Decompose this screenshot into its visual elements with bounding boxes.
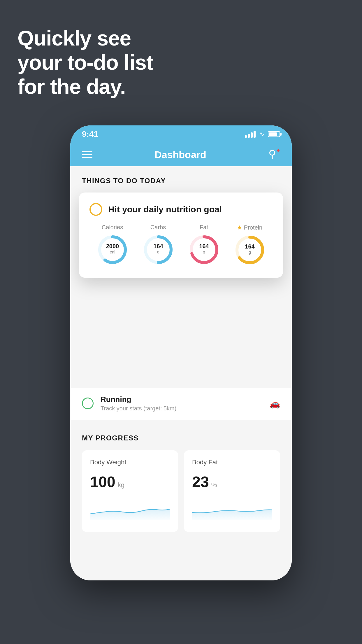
nutrition-calories: Calories 2000 cal	[96, 224, 129, 266]
notification-button[interactable]: ⚲	[268, 149, 280, 160]
hero-heading: Quickly see your to-do list for the day.	[17, 26, 153, 99]
body-fat-card[interactable]: Body Fat 23 %	[184, 450, 280, 532]
carbs-label: Carbs	[150, 224, 166, 231]
app-content: THINGS TO DO TODAY Hit your daily nutrit…	[70, 166, 292, 580]
things-section: THINGS TO DO TODAY	[70, 166, 292, 191]
body-weight-value: 100	[90, 473, 115, 491]
status-icons: ∿	[245, 130, 280, 138]
svg-text:164: 164	[245, 243, 255, 250]
nutrition-card[interactable]: Hit your daily nutrition goal Calories 2…	[79, 192, 283, 278]
body-weight-card-title: Body Weight	[90, 459, 170, 466]
nav-bar: Dashboard ⚲	[70, 143, 292, 166]
nav-title: Dashboard	[154, 149, 206, 160]
progress-cards: Body Weight 100 kg	[82, 450, 280, 532]
phone-mockup: 9:41 ∿ Dashboard ⚲	[70, 125, 292, 615]
body-fat-card-title: Body Fat	[192, 459, 272, 466]
body-fat-unit: %	[211, 481, 217, 489]
todo-circle-running	[82, 398, 94, 409]
status-time: 9:41	[82, 130, 98, 139]
progress-section: MY PROGRESS Body Weight 100 kg	[70, 420, 292, 539]
fat-label: Fat	[200, 224, 208, 231]
menu-button[interactable]	[82, 151, 92, 158]
todo-sub-running: Track your stats (target: 5km)	[101, 405, 265, 412]
star-icon: ★	[237, 224, 242, 231]
body-weight-unit: kg	[118, 481, 124, 489]
things-section-title: THINGS TO DO TODAY	[82, 177, 280, 185]
body-weight-value-row: 100 kg	[90, 473, 170, 491]
protein-label: ★ Protein	[237, 224, 262, 231]
svg-text:g: g	[203, 249, 205, 254]
svg-text:g: g	[248, 250, 251, 255]
bell-icon: ⚲	[268, 148, 276, 160]
body-fat-value: 23	[192, 473, 209, 491]
body-fat-value-row: 23 %	[192, 473, 272, 491]
todo-text-running: Running Track your stats (target: 5km)	[101, 395, 265, 412]
signal-icon	[245, 131, 256, 138]
shoe-icon: 🚗	[269, 398, 280, 409]
svg-text:164: 164	[199, 243, 209, 249]
notification-dot	[277, 149, 280, 152]
progress-section-title: MY PROGRESS	[82, 434, 280, 442]
wifi-icon: ∿	[259, 130, 264, 138]
status-bar: 9:41 ∿	[70, 125, 292, 143]
nutrition-card-title: Hit your daily nutrition goal	[108, 204, 222, 214]
nutrition-circles: Calories 2000 cal Carbs	[89, 224, 273, 266]
nutrition-protein: ★ Protein 164 g	[234, 224, 266, 266]
nutrition-check-circle	[89, 203, 102, 216]
todo-main-running: Running	[101, 395, 265, 404]
svg-text:2000: 2000	[106, 243, 119, 249]
body-fat-sparkline	[192, 496, 272, 520]
svg-text:cal: cal	[110, 249, 115, 254]
phone-frame: 9:41 ∿ Dashboard ⚲	[70, 125, 292, 580]
svg-text:g: g	[157, 249, 159, 254]
todo-item-running[interactable]: Running Track your stats (target: 5km) 🚗	[70, 388, 292, 419]
calories-label: Calories	[102, 224, 123, 231]
nutrition-fat: Fat 164 g	[188, 224, 220, 266]
battery-icon	[268, 131, 280, 137]
body-weight-card[interactable]: Body Weight 100 kg	[82, 450, 178, 532]
nutrition-card-header: Hit your daily nutrition goal	[89, 203, 273, 216]
nutrition-carbs: Carbs 164 g	[142, 224, 174, 266]
svg-text:164: 164	[153, 243, 163, 249]
body-weight-sparkline	[90, 496, 170, 520]
